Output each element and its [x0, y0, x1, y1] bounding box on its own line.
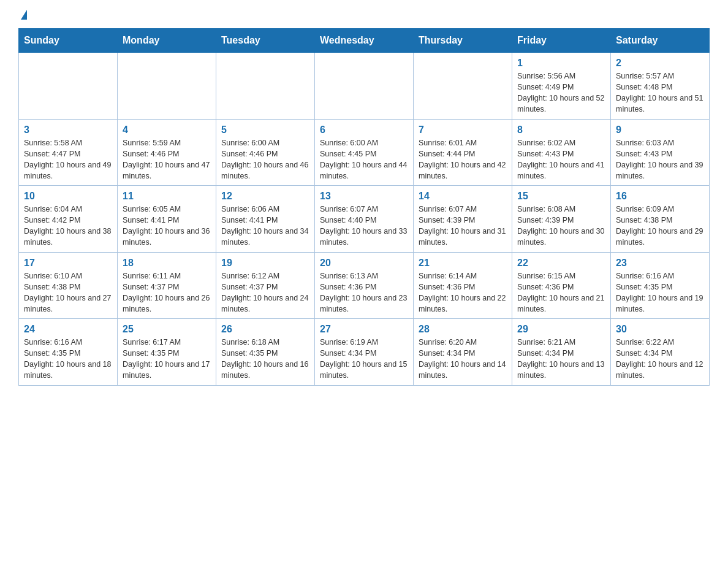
- day-number: 12: [221, 191, 309, 202]
- calendar-day-cell: 29Sunrise: 6:21 AMSunset: 4:34 PMDayligh…: [512, 319, 611, 386]
- day-info: Sunrise: 6:16 AMSunset: 4:35 PMDaylight:…: [616, 270, 704, 315]
- calendar-week-row: 24Sunrise: 6:16 AMSunset: 4:35 PMDayligh…: [19, 319, 710, 386]
- calendar-day-cell: 4Sunrise: 5:59 AMSunset: 4:46 PMDaylight…: [118, 119, 216, 186]
- day-info: Sunrise: 6:14 AMSunset: 4:36 PMDaylight:…: [419, 270, 507, 315]
- day-info: Sunrise: 6:06 AMSunset: 4:41 PMDaylight:…: [221, 204, 309, 248]
- day-info: Sunrise: 6:18 AMSunset: 4:35 PMDaylight:…: [221, 337, 309, 381]
- day-number: 2: [616, 58, 704, 69]
- day-number: 18: [123, 258, 211, 269]
- calendar-day-cell: 25Sunrise: 6:17 AMSunset: 4:35 PMDayligh…: [118, 319, 216, 386]
- day-number: 29: [517, 324, 605, 335]
- day-number: 7: [419, 124, 507, 136]
- day-number: 19: [221, 258, 309, 269]
- day-number: 16: [616, 191, 704, 202]
- calendar-day-cell: 10Sunrise: 6:04 AMSunset: 4:42 PMDayligh…: [19, 186, 118, 253]
- calendar-day-cell: 3Sunrise: 5:58 AMSunset: 4:47 PMDaylight…: [19, 119, 118, 186]
- calendar-day-cell: 16Sunrise: 6:09 AMSunset: 4:38 PMDayligh…: [611, 186, 710, 253]
- calendar-day-cell: 12Sunrise: 6:06 AMSunset: 4:41 PMDayligh…: [216, 186, 315, 253]
- calendar-day-cell: 2Sunrise: 5:57 AMSunset: 4:48 PMDaylight…: [611, 53, 710, 120]
- calendar-day-cell: 7Sunrise: 6:01 AMSunset: 4:44 PMDaylight…: [414, 119, 512, 186]
- day-number: 4: [123, 124, 211, 136]
- day-info: Sunrise: 6:08 AMSunset: 4:39 PMDaylight:…: [517, 204, 605, 248]
- calendar-day-cell: [19, 53, 118, 120]
- calendar-day-cell: 5Sunrise: 6:00 AMSunset: 4:46 PMDaylight…: [216, 119, 315, 186]
- day-of-week-header: Monday: [118, 29, 216, 53]
- day-info: Sunrise: 6:20 AMSunset: 4:34 PMDaylight:…: [419, 337, 507, 381]
- calendar-day-cell: 15Sunrise: 6:08 AMSunset: 4:39 PMDayligh…: [512, 186, 611, 253]
- day-number: 27: [320, 324, 408, 335]
- day-number: 21: [419, 258, 507, 269]
- calendar-week-row: 10Sunrise: 6:04 AMSunset: 4:42 PMDayligh…: [19, 186, 710, 253]
- day-info: Sunrise: 6:00 AMSunset: 4:46 PMDaylight:…: [221, 137, 309, 182]
- logo: [18, 12, 27, 22]
- day-info: Sunrise: 6:22 AMSunset: 4:34 PMDaylight:…: [616, 337, 704, 381]
- calendar-day-cell: 17Sunrise: 6:10 AMSunset: 4:38 PMDayligh…: [19, 252, 118, 319]
- calendar-day-cell: 18Sunrise: 6:11 AMSunset: 4:37 PMDayligh…: [118, 252, 216, 319]
- day-info: Sunrise: 6:16 AMSunset: 4:35 PMDaylight:…: [24, 337, 112, 381]
- day-number: 30: [616, 324, 704, 335]
- day-info: Sunrise: 5:59 AMSunset: 4:46 PMDaylight:…: [123, 137, 211, 182]
- calendar-day-cell: 14Sunrise: 6:07 AMSunset: 4:39 PMDayligh…: [414, 186, 512, 253]
- day-number: 26: [221, 324, 309, 335]
- page-header: [18, 12, 710, 22]
- calendar-week-row: 3Sunrise: 5:58 AMSunset: 4:47 PMDaylight…: [19, 119, 710, 186]
- day-of-week-header: Saturday: [611, 29, 710, 53]
- calendar-day-cell: [216, 53, 315, 120]
- day-info: Sunrise: 6:05 AMSunset: 4:41 PMDaylight:…: [123, 204, 211, 248]
- day-info: Sunrise: 6:11 AMSunset: 4:37 PMDaylight:…: [123, 270, 211, 315]
- day-info: Sunrise: 6:12 AMSunset: 4:37 PMDaylight:…: [221, 270, 309, 315]
- calendar-day-cell: [118, 53, 216, 120]
- day-number: 13: [320, 191, 408, 202]
- day-number: 15: [517, 191, 605, 202]
- calendar-day-cell: 22Sunrise: 6:15 AMSunset: 4:36 PMDayligh…: [512, 252, 611, 319]
- day-number: 8: [517, 124, 605, 136]
- calendar-day-cell: 23Sunrise: 6:16 AMSunset: 4:35 PMDayligh…: [611, 252, 710, 319]
- calendar-day-cell: 27Sunrise: 6:19 AMSunset: 4:34 PMDayligh…: [315, 319, 414, 386]
- day-number: 23: [616, 258, 704, 269]
- day-info: Sunrise: 6:19 AMSunset: 4:34 PMDaylight:…: [320, 337, 408, 381]
- day-of-week-header: Tuesday: [216, 29, 315, 53]
- day-info: Sunrise: 6:21 AMSunset: 4:34 PMDaylight:…: [517, 337, 605, 381]
- calendar-day-cell: 28Sunrise: 6:20 AMSunset: 4:34 PMDayligh…: [414, 319, 512, 386]
- calendar-day-cell: 11Sunrise: 6:05 AMSunset: 4:41 PMDayligh…: [118, 186, 216, 253]
- day-number: 11: [123, 191, 211, 202]
- calendar-day-cell: 19Sunrise: 6:12 AMSunset: 4:37 PMDayligh…: [216, 252, 315, 319]
- calendar-day-cell: 20Sunrise: 6:13 AMSunset: 4:36 PMDayligh…: [315, 252, 414, 319]
- day-number: 14: [419, 191, 507, 202]
- day-number: 22: [517, 258, 605, 269]
- calendar-table: SundayMondayTuesdayWednesdayThursdayFrid…: [18, 28, 710, 386]
- calendar-day-cell: 6Sunrise: 6:00 AMSunset: 4:45 PMDaylight…: [315, 119, 414, 186]
- day-info: Sunrise: 6:02 AMSunset: 4:43 PMDaylight:…: [517, 137, 605, 182]
- calendar-week-row: 1Sunrise: 5:56 AMSunset: 4:49 PMDaylight…: [19, 53, 710, 120]
- day-number: 3: [24, 124, 112, 136]
- day-of-week-header: Sunday: [19, 29, 118, 53]
- day-number: 1: [517, 58, 605, 69]
- day-number: 10: [24, 191, 112, 202]
- day-number: 28: [419, 324, 507, 335]
- calendar-week-row: 17Sunrise: 6:10 AMSunset: 4:38 PMDayligh…: [19, 252, 710, 319]
- day-number: 9: [616, 124, 704, 136]
- day-number: 25: [123, 324, 211, 335]
- calendar-day-cell: 8Sunrise: 6:02 AMSunset: 4:43 PMDaylight…: [512, 119, 611, 186]
- day-info: Sunrise: 5:56 AMSunset: 4:49 PMDaylight:…: [517, 71, 605, 115]
- day-info: Sunrise: 6:07 AMSunset: 4:39 PMDaylight:…: [419, 204, 507, 248]
- day-info: Sunrise: 6:03 AMSunset: 4:43 PMDaylight:…: [616, 137, 704, 182]
- day-info: Sunrise: 5:58 AMSunset: 4:47 PMDaylight:…: [24, 137, 112, 182]
- day-info: Sunrise: 6:07 AMSunset: 4:40 PMDaylight:…: [320, 204, 408, 248]
- day-info: Sunrise: 6:01 AMSunset: 4:44 PMDaylight:…: [419, 137, 507, 182]
- calendar-header-row: SundayMondayTuesdayWednesdayThursdayFrid…: [19, 29, 710, 53]
- day-info: Sunrise: 6:00 AMSunset: 4:45 PMDaylight:…: [320, 137, 408, 182]
- calendar-day-cell: 30Sunrise: 6:22 AMSunset: 4:34 PMDayligh…: [611, 319, 710, 386]
- day-info: Sunrise: 6:17 AMSunset: 4:35 PMDaylight:…: [123, 337, 211, 381]
- calendar-day-cell: 21Sunrise: 6:14 AMSunset: 4:36 PMDayligh…: [414, 252, 512, 319]
- day-info: Sunrise: 6:09 AMSunset: 4:38 PMDaylight:…: [616, 204, 704, 248]
- calendar-day-cell: 26Sunrise: 6:18 AMSunset: 4:35 PMDayligh…: [216, 319, 315, 386]
- day-of-week-header: Friday: [512, 29, 611, 53]
- day-of-week-header: Thursday: [414, 29, 512, 53]
- calendar-day-cell: 13Sunrise: 6:07 AMSunset: 4:40 PMDayligh…: [315, 186, 414, 253]
- calendar-day-cell: 1Sunrise: 5:56 AMSunset: 4:49 PMDaylight…: [512, 53, 611, 120]
- logo-triangle-icon: [21, 10, 27, 20]
- day-info: Sunrise: 6:04 AMSunset: 4:42 PMDaylight:…: [24, 204, 112, 248]
- day-number: 24: [24, 324, 112, 335]
- day-number: 5: [221, 124, 309, 136]
